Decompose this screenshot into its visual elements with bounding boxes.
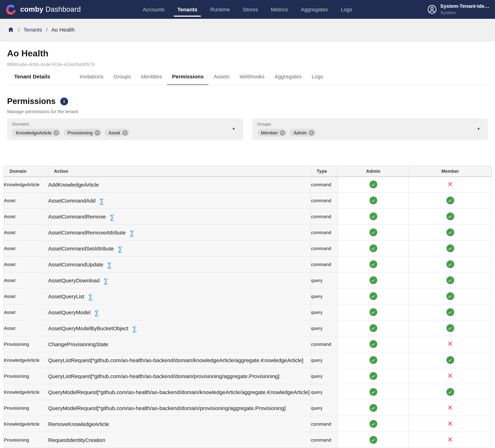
groups-filter[interactable]: Groups Member✕Admin✕ ▼ xyxy=(252,118,488,140)
admin-cell xyxy=(338,384,409,400)
permission-denied-icon[interactable]: ✕ xyxy=(447,436,453,443)
permission-granted-icon[interactable] xyxy=(369,212,377,220)
active-nav-underline xyxy=(174,16,201,17)
home-icon[interactable] xyxy=(7,26,14,33)
permission-granted-icon[interactable] xyxy=(446,196,454,204)
permission-granted-icon[interactable] xyxy=(369,340,377,348)
action-label: AssetCommandRemove xyxy=(48,213,106,219)
tab-webhooks[interactable]: Webhooks xyxy=(234,73,270,85)
aggregate-sigma-icon[interactable]: ∑ xyxy=(132,325,137,332)
tab-logs[interactable]: Logs xyxy=(307,73,328,85)
permission-denied-icon[interactable]: ✕ xyxy=(447,340,453,348)
domains-filter[interactable]: Domains KnowledgeArticle✕Provisioning✕As… xyxy=(7,118,243,140)
permission-granted-icon[interactable] xyxy=(369,356,377,364)
permission-granted-icon[interactable] xyxy=(369,420,377,428)
tab-assets[interactable]: Assets xyxy=(209,73,234,85)
table-row: AssetAssetCommandUpdate∑command xyxy=(4,256,492,272)
permission-granted-icon[interactable] xyxy=(369,244,377,252)
tab-permissions[interactable]: Permissions xyxy=(167,73,208,85)
permission-granted-icon[interactable] xyxy=(369,436,377,444)
permission-granted-icon[interactable] xyxy=(369,292,377,300)
permission-granted-icon[interactable] xyxy=(446,388,454,396)
aggregate-sigma-icon[interactable]: ∑ xyxy=(104,277,108,284)
chip-remove-icon[interactable]: ✕ xyxy=(54,130,59,135)
member-cell xyxy=(409,352,492,368)
nav-item-logs[interactable]: Logs xyxy=(341,0,352,19)
tab-invitations[interactable]: Invitations xyxy=(75,73,109,85)
permission-granted-icon[interactable] xyxy=(446,212,454,220)
permission-granted-icon[interactable] xyxy=(369,372,377,380)
tab-aggregates[interactable]: Aggregates xyxy=(270,73,306,85)
breadcrumb-current: Ao Health xyxy=(51,27,75,33)
permission-granted-icon[interactable] xyxy=(446,308,454,316)
permission-granted-icon[interactable] xyxy=(446,276,454,284)
domain-cell: KnowledgeArticle xyxy=(4,352,48,368)
chevron-down-icon[interactable]: ▼ xyxy=(232,127,236,131)
aggregate-sigma-icon[interactable]: ∑ xyxy=(88,293,93,300)
aggregate-sigma-icon[interactable]: ∑ xyxy=(99,197,104,205)
account-circle-icon[interactable] xyxy=(427,5,437,14)
permission-granted-icon[interactable] xyxy=(446,356,454,364)
permission-granted-icon[interactable] xyxy=(369,388,377,396)
domain-cell: KnowledgeArticle xyxy=(4,416,48,432)
nav-item-tenants[interactable]: Tenants xyxy=(177,0,197,19)
permission-granted-icon[interactable] xyxy=(446,228,454,236)
chip-remove-icon[interactable]: ✕ xyxy=(122,130,128,135)
table-row: AssetAssetQueryModel∑query xyxy=(4,304,492,320)
permission-granted-icon[interactable] xyxy=(446,324,454,332)
aggregate-sigma-icon[interactable]: ∑ xyxy=(107,261,112,268)
nav-item-runtime[interactable]: Runtime xyxy=(210,0,230,19)
table-row: ProvisioningChangeProvisioningStatecomma… xyxy=(4,336,492,352)
permission-granted-icon[interactable] xyxy=(369,404,377,412)
tab-tenant-details[interactable]: Tenant Details xyxy=(9,73,55,85)
permission-granted-icon[interactable] xyxy=(369,308,377,316)
breadcrumb-separator: / xyxy=(46,27,47,33)
group-chip-admin[interactable]: Admin✕ xyxy=(290,129,316,137)
domain-chip-asset[interactable]: Asset✕ xyxy=(105,129,129,137)
permission-granted-icon[interactable] xyxy=(446,292,454,300)
permission-granted-icon[interactable] xyxy=(369,196,377,204)
domain-cell: Asset xyxy=(4,208,48,224)
member-cell: ✕ xyxy=(409,416,492,432)
chip-remove-icon[interactable]: ✕ xyxy=(95,130,100,135)
nav-item-metrics[interactable]: Metrics xyxy=(271,0,288,19)
info-icon[interactable]: i xyxy=(60,97,68,105)
permission-granted-icon[interactable] xyxy=(446,260,454,268)
user-menu[interactable]: System-Tenant-Ide… System xyxy=(427,3,489,16)
chip-remove-icon[interactable]: ✕ xyxy=(309,130,314,135)
tab-groups[interactable]: Groups xyxy=(109,73,136,85)
nav-item-accounts[interactable]: Accounts xyxy=(143,0,165,19)
tenant-tabs: Tenant DetailsInvitationsGroupsIdentitie… xyxy=(7,73,488,85)
nav-item-stores[interactable]: Stores xyxy=(243,0,258,19)
member-cell: ✕ xyxy=(409,336,492,352)
permission-denied-icon[interactable]: ✕ xyxy=(447,404,453,411)
permission-granted-icon[interactable] xyxy=(369,181,377,189)
permission-granted-icon[interactable] xyxy=(369,276,377,284)
chevron-down-icon[interactable]: ▼ xyxy=(477,127,481,131)
aggregate-sigma-icon[interactable]: ∑ xyxy=(118,245,122,252)
permission-denied-icon[interactable]: ✕ xyxy=(447,420,453,427)
permission-denied-icon[interactable]: ✕ xyxy=(447,372,453,379)
permission-granted-icon[interactable] xyxy=(446,244,454,252)
nav-item-aggregates[interactable]: Aggregates xyxy=(301,0,328,19)
groups-filter-label: Groups xyxy=(257,122,483,127)
domain-chip-knowledgearticle[interactable]: KnowledgeArticle✕ xyxy=(12,129,61,137)
column-header-action: Action xyxy=(48,166,311,176)
admin-cell xyxy=(338,288,409,304)
breadcrumb-link-tenants[interactable]: Tenants xyxy=(23,27,42,33)
aggregate-sigma-icon[interactable]: ∑ xyxy=(94,309,99,316)
permission-granted-icon[interactable] xyxy=(369,324,377,332)
table-row: KnowledgeArticleQueryListRequest[*github… xyxy=(4,352,492,368)
table-row: KnowledgeArticleRemoveKnowledgeArticleco… xyxy=(4,416,492,432)
member-cell xyxy=(409,384,492,400)
group-chip-member[interactable]: Member✕ xyxy=(257,129,287,137)
domain-chip-provisioning[interactable]: Provisioning✕ xyxy=(64,129,102,137)
tab-identities[interactable]: Identities xyxy=(136,73,167,85)
permission-granted-icon[interactable] xyxy=(369,228,377,236)
chip-remove-icon[interactable]: ✕ xyxy=(280,130,285,135)
aggregate-sigma-icon[interactable]: ∑ xyxy=(110,213,114,221)
column-header-member: Member xyxy=(409,166,492,176)
permission-denied-icon[interactable]: ✕ xyxy=(447,181,453,188)
permission-granted-icon[interactable] xyxy=(369,260,377,268)
aggregate-sigma-icon[interactable]: ∑ xyxy=(130,229,134,237)
